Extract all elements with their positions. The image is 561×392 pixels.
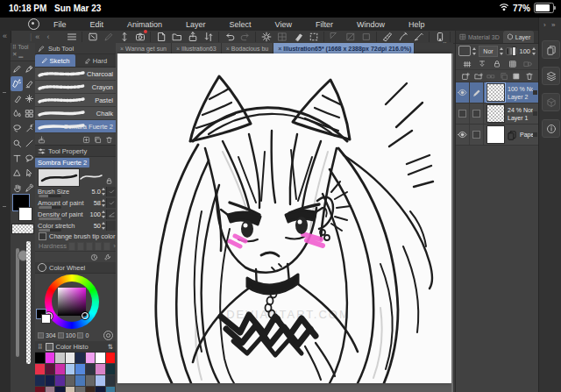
tool-figure[interactable] xyxy=(11,166,23,181)
undo-icon[interactable] xyxy=(224,32,235,42)
info-icon[interactable] xyxy=(542,119,560,138)
history-swatch-31[interactable] xyxy=(106,387,117,392)
panel-tab-material-3d[interactable]: Material 3D xyxy=(456,31,503,43)
layer-thumbnail[interactable] xyxy=(486,104,505,123)
selection-dashed-icon[interactable] xyxy=(308,32,319,42)
fg-bg-swatches[interactable] xyxy=(36,309,52,324)
menu-edit[interactable]: Edit xyxy=(90,20,104,29)
history-swatch-10[interactable] xyxy=(55,364,66,375)
panel-tab-layer[interactable]: Layer xyxy=(503,31,535,43)
close-tab-icon[interactable]: × xyxy=(120,46,124,52)
property-brush-size[interactable]: Brush Size5.0 xyxy=(35,186,116,197)
state-checkbox[interactable] xyxy=(470,103,484,124)
panel-expand-icons[interactable]: › » xyxy=(543,21,557,29)
document-tab[interactable]: ×Illustration63 xyxy=(172,43,222,53)
tool-blend[interactable] xyxy=(11,106,23,121)
menu-file[interactable]: File xyxy=(53,20,67,29)
menu-view[interactable]: View xyxy=(275,20,292,29)
add-subtool-icon[interactable] xyxy=(82,132,90,147)
tool-pattern[interactable] xyxy=(23,106,35,121)
history-swatch-15[interactable] xyxy=(106,364,117,375)
layer-row-layer-1[interactable]: 24 % NormalLayer 1 xyxy=(456,103,539,125)
tool-wand[interactable] xyxy=(23,121,35,136)
tool-eraser[interactable] xyxy=(11,91,23,106)
saturation-value-square[interactable] xyxy=(58,288,86,316)
menu-animation[interactable]: Animation xyxy=(127,20,162,29)
tool-balloon[interactable] xyxy=(23,151,35,166)
history-swatch-17[interactable] xyxy=(46,375,56,387)
visibility-eye-icon[interactable] xyxy=(456,82,470,103)
wrench-icon[interactable] xyxy=(103,249,111,265)
visibility-eye-icon[interactable] xyxy=(456,125,470,145)
transfer-updown-icon[interactable] xyxy=(202,32,214,42)
tool-airbrush[interactable] xyxy=(11,76,23,91)
history-swatch-12[interactable] xyxy=(75,364,86,375)
tool-decoration[interactable] xyxy=(23,91,35,106)
snap-guide-icon[interactable] xyxy=(413,32,424,42)
brush-size-slider[interactable] xyxy=(16,248,19,357)
new-file-icon[interactable] xyxy=(155,32,167,42)
history-swatch-23[interactable] xyxy=(106,375,117,387)
color-history-header[interactable]: ⠿ Color Histo ⇅ xyxy=(35,341,116,353)
history-swatch-3[interactable] xyxy=(66,353,76,364)
tool-palette-header[interactable]: ⠿ Tool ✕ ▁ xyxy=(11,43,35,61)
duplicate-icon[interactable] xyxy=(500,68,508,84)
canvas-viewport[interactable]: DEVIANTART.COM xyxy=(116,53,453,392)
menu-filter[interactable]: Filter xyxy=(316,20,333,29)
history-swatch-1[interactable] xyxy=(46,353,56,364)
document-tab[interactable]: ×Bodacious bu xyxy=(222,43,274,53)
layer-row-layer-2[interactable]: 100 % NormalLayer 2 xyxy=(456,82,539,103)
close-tab-icon[interactable]: × xyxy=(226,46,230,52)
duplicate-subtool-icon[interactable] xyxy=(94,132,102,147)
history-swatch-6[interactable] xyxy=(96,353,106,364)
delete-subtool-icon[interactable] xyxy=(105,132,113,147)
subtool-tab-sketch[interactable]: Sketch xyxy=(35,54,75,67)
wheel-mode-toggle-icon[interactable] xyxy=(103,331,113,340)
history-swatch-9[interactable] xyxy=(46,364,56,375)
expand-vertical-icon[interactable] xyxy=(118,32,130,42)
fill-square-icon[interactable] xyxy=(512,68,521,84)
material-stack-icon[interactable] xyxy=(542,67,560,85)
history-swatch-29[interactable] xyxy=(86,387,96,392)
history-swatch-11[interactable] xyxy=(66,364,76,375)
state-checkbox[interactable] xyxy=(470,125,484,145)
link-icon[interactable] xyxy=(486,68,495,84)
history-swatch-8[interactable] xyxy=(35,364,46,375)
reset-defaults-icon[interactable] xyxy=(90,249,98,265)
history-swatch-7[interactable] xyxy=(106,353,117,364)
transparent-color-swatch[interactable] xyxy=(11,224,34,234)
sub-tool-header[interactable]: Sub Tool xyxy=(35,43,116,54)
history-swatch-4[interactable] xyxy=(75,353,86,364)
snap-ruler-icon[interactable] xyxy=(381,32,393,42)
history-swatch-21[interactable] xyxy=(86,375,96,387)
check-icon[interactable] xyxy=(106,198,116,208)
opacity-stepper[interactable] xyxy=(532,47,536,55)
history-swatch-18[interactable] xyxy=(55,375,66,387)
fit-screen-icon[interactable] xyxy=(87,32,98,42)
history-swatch-20[interactable] xyxy=(75,375,86,387)
collapse-mid-icon[interactable]: « xyxy=(35,32,39,41)
brush-sombra-fuerte-2[interactable]: Sombra Fuerte 2 xyxy=(35,120,116,133)
history-swatch-22[interactable] xyxy=(96,375,106,387)
sub-color-swatch[interactable] xyxy=(18,207,32,221)
history-swatch-0[interactable] xyxy=(35,353,46,364)
change-brush-tip-color-checkbox[interactable]: Change brush tip color xyxy=(35,232,116,241)
close-tab-icon[interactable]: × xyxy=(176,46,180,52)
visibility-checkbox[interactable] xyxy=(456,103,470,124)
brush-charcoal[interactable]: Charcoal xyxy=(35,68,116,81)
open-file-icon[interactable] xyxy=(171,32,182,42)
canvas-page[interactable]: DEVIANTART.COM xyxy=(117,53,451,383)
layer-opacity-slider[interactable] xyxy=(506,47,517,55)
brush-pastel[interactable]: Pastel xyxy=(35,94,116,107)
close-tab-icon[interactable]: × xyxy=(278,46,281,52)
composite-stepper[interactable] xyxy=(472,47,477,55)
sort-icon[interactable]: ⇅ xyxy=(108,343,113,351)
tool-lasso[interactable] xyxy=(11,121,23,136)
history-swatch-25[interactable] xyxy=(46,387,56,392)
vertical-scrollbar[interactable] xyxy=(451,53,453,392)
dock-collapse-icon[interactable]: « xyxy=(3,32,7,40)
mask-icon[interactable] xyxy=(523,56,532,72)
brush-crayon[interactable]: Crayon xyxy=(35,81,116,94)
snap-special-ruler-icon[interactable] xyxy=(397,32,408,42)
export-file-icon[interactable] xyxy=(187,32,198,42)
